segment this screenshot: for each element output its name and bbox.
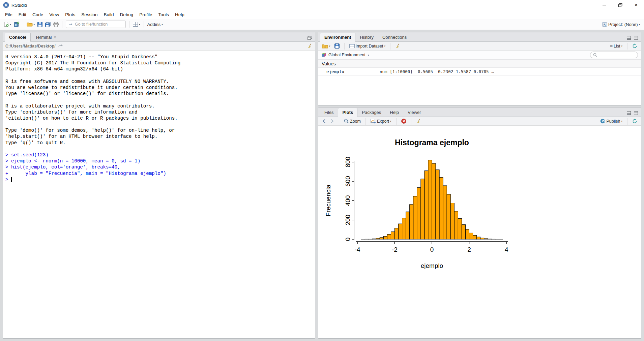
tab-viewer[interactable]: Viewer — [403, 108, 426, 117]
values-section-header[interactable]: Values — [318, 60, 641, 68]
clear-environment-button[interactable] — [394, 43, 402, 50]
chevron-down-icon[interactable]: ▾ — [368, 54, 369, 56]
tab-console-label: Console — [9, 35, 26, 40]
y-tick-label: 400 — [344, 195, 351, 206]
histogram-bar — [447, 194, 450, 239]
print-button[interactable] — [52, 21, 60, 28]
menu-session[interactable]: Session — [78, 11, 100, 18]
maximize-pane-icon[interactable] — [308, 36, 312, 40]
addins-button[interactable]: Addins ▾ — [146, 21, 164, 28]
minimize-pane-icon[interactable] — [627, 36, 631, 40]
close-button[interactable]: × — [628, 0, 644, 10]
close-terminal-icon[interactable]: × — [54, 35, 56, 40]
main-toolbar: ▾ R ▾ — [0, 19, 644, 30]
refresh-plots-button[interactable] — [631, 118, 639, 124]
console-line — [5, 72, 312, 79]
broom-icon — [416, 119, 421, 124]
menu-view[interactable]: View — [46, 11, 62, 18]
menu-tools[interactable]: Tools — [155, 11, 172, 18]
import-dataset-label: Import Dataset — [356, 44, 383, 49]
histogram-bar — [387, 235, 391, 239]
zoom-plot-button[interactable]: Zoom — [343, 118, 362, 124]
next-plot-button[interactable] — [329, 118, 335, 124]
forward-arrow-icon — [330, 119, 334, 123]
tab-packages[interactable]: Packages — [357, 108, 385, 117]
svg-text:R: R — [15, 23, 17, 27]
minimize-icon — [603, 5, 606, 5]
environment-entry-row[interactable]: ejemplo num [1:10000] -0.5605 -0.2302 1.… — [318, 68, 641, 76]
histogram-bar — [369, 239, 372, 239]
remove-plot-button[interactable] — [400, 118, 408, 124]
save-workspace-button[interactable] — [333, 43, 341, 49]
tab-history-label: History — [360, 35, 373, 40]
tab-history[interactable]: History — [355, 33, 378, 42]
console-output[interactable]: R version 3.4.0 (2017-04-21) -- "You Stu… — [3, 51, 315, 338]
broom-icon — [395, 43, 401, 49]
console-line — [5, 121, 312, 127]
y-tick-label: 600 — [344, 176, 351, 187]
tab-environment[interactable]: Environment — [320, 33, 355, 42]
project-menu-button[interactable]: R Project: (None) ▾ — [601, 21, 641, 28]
refresh-environment-button[interactable] — [631, 43, 639, 49]
menu-edit[interactable]: Edit — [16, 11, 29, 18]
menu-debug[interactable]: Debug — [117, 11, 136, 18]
refresh-icon — [632, 119, 637, 124]
histogram-bar — [372, 239, 376, 239]
save-all-button[interactable] — [44, 21, 52, 28]
environment-search-input[interactable] — [590, 52, 638, 58]
menu-plots[interactable]: Plots — [62, 11, 78, 18]
tab-plots[interactable]: Plots — [338, 108, 357, 117]
restore-icon — [618, 3, 622, 7]
console-line: Type 'contributors()' for more informati… — [5, 109, 312, 115]
tab-connections-label: Connections — [382, 35, 407, 40]
tab-console[interactable]: Console — [5, 33, 31, 42]
maximize-pane-icon[interactable] — [634, 111, 638, 115]
toolbar-separator — [129, 21, 129, 28]
publish-plot-button[interactable]: Publish ▾ — [599, 118, 624, 124]
plot-title: Histograma ejemplo — [395, 138, 469, 147]
minimize-pane-icon[interactable] — [627, 111, 631, 115]
chevron-down-icon: ▾ — [162, 23, 163, 26]
tab-packages-label: Packages — [362, 110, 381, 115]
menu-build[interactable]: Build — [100, 11, 117, 18]
new-file-button[interactable]: ▾ — [3, 21, 12, 28]
y-tick-label: 200 — [344, 215, 351, 225]
console-prompt-line[interactable]: > — [5, 177, 312, 183]
open-file-button[interactable]: ▾ — [25, 21, 36, 28]
list-view-button[interactable]: ≡ List ▾ — [609, 43, 624, 50]
clear-console-icon[interactable] — [307, 43, 313, 49]
publish-icon — [600, 119, 605, 124]
histogram-bar — [399, 224, 402, 239]
previous-plot-button[interactable] — [321, 118, 327, 124]
clear-plots-button[interactable] — [415, 118, 423, 125]
environment-scope-dropdown[interactable]: Global Environment — [328, 53, 365, 57]
pane-layout-button[interactable]: ▾ — [131, 21, 142, 28]
tab-connections[interactable]: Connections — [378, 33, 411, 42]
menu-code[interactable]: Code — [29, 11, 46, 18]
import-dataset-icon — [349, 44, 355, 48]
tab-terminal[interactable]: Terminal × — [31, 33, 60, 42]
goto-file-input[interactable]: Go to file/function — [66, 21, 126, 28]
workspace: Console Terminal × C:/Users/Matias/Deskt… — [0, 30, 644, 341]
menu-bar: File Edit Code View Plots Session Build … — [0, 10, 644, 19]
tab-help[interactable]: Help — [385, 108, 403, 117]
chevron-down-icon: ▾ — [621, 120, 622, 122]
load-workspace-button[interactable]: ▾ — [321, 43, 332, 49]
menu-help[interactable]: Help — [172, 11, 187, 18]
toolbar-separator — [365, 118, 366, 125]
console-line: 'help.start()' for an HTML browser inter… — [5, 133, 312, 140]
new-project-button[interactable]: R — [12, 21, 21, 28]
svg-text:R: R — [604, 23, 606, 26]
menu-profile[interactable]: Profile — [136, 11, 155, 18]
text-cursor — [11, 177, 12, 182]
maximize-button[interactable] — [612, 0, 628, 10]
export-plot-button[interactable]: Export ▾ — [369, 118, 393, 124]
goto-directory-icon[interactable] — [58, 44, 63, 48]
maximize-pane-icon[interactable] — [634, 36, 638, 40]
minimize-button[interactable] — [596, 0, 612, 10]
menu-file[interactable]: File — [2, 11, 16, 18]
tab-files[interactable]: Files — [320, 108, 338, 117]
import-dataset-button[interactable]: Import Dataset ▾ — [348, 43, 387, 49]
toolbar-separator — [344, 43, 345, 50]
save-button[interactable] — [36, 21, 44, 28]
